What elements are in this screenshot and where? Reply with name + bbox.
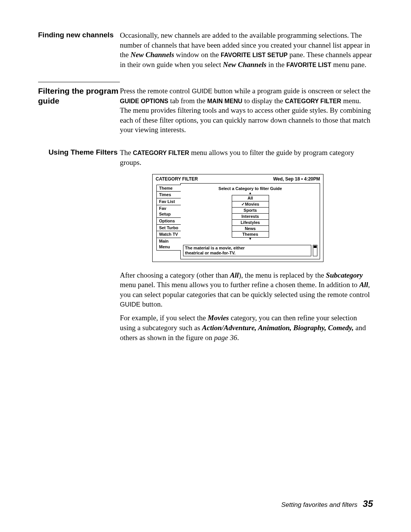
text: Press the remote control <box>120 87 192 95</box>
text-italic: New Channels <box>131 51 174 59</box>
text: menu panel. This menu allows you to furt… <box>120 281 359 289</box>
text: . <box>237 334 239 342</box>
paragraph-after-2: For example, if you select the Movies ca… <box>120 313 373 342</box>
body-using-theme-filters: The CATEGORY FILTER menu allows you to f… <box>120 148 373 345</box>
figure-panel: Select a Category to filter Guide ▲ All … <box>180 183 320 259</box>
category-news[interactable]: News <box>232 225 269 232</box>
page-footer: Setting favorites and filters35 <box>281 498 373 509</box>
category-list: All ✓Movies Sports Interests Lifestyles … <box>232 195 269 237</box>
tab-watch-tv[interactable]: Watch TV <box>156 231 181 238</box>
page-number: 35 <box>363 498 373 509</box>
label-guide-button: GUIDE <box>120 301 140 308</box>
label-guide-button: GUIDE <box>192 88 212 95</box>
figure-category-filter: CATEGORY FILTER Wed, Sep 18 • 4:20PM The… <box>152 174 323 262</box>
check-icon: ✓ <box>241 201 245 207</box>
text: ), the menu is replaced by the <box>239 271 326 279</box>
heading-finding-new-channels: Finding new channels <box>38 30 120 40</box>
category-lifestyles[interactable]: Lifestyles <box>232 219 269 226</box>
section-using-theme-filters: Using Theme Filters The CATEGORY FILTER … <box>38 148 373 345</box>
category-movies[interactable]: ✓Movies <box>232 201 269 208</box>
scrollbar[interactable] <box>313 245 317 256</box>
arrow-up-icon: ▲ <box>249 192 252 195</box>
text: button. <box>140 300 162 308</box>
text-italic: Action/Adventure, Animation, Biography, … <box>202 324 354 332</box>
label-favorite-list-setup: FAVORITE LIST SETUP <box>221 52 288 58</box>
tab-times[interactable]: Times <box>156 191 181 198</box>
text: button while a program guide is onscreen… <box>212 87 371 95</box>
text: tab from the <box>168 97 207 105</box>
text-italic: All <box>230 271 239 279</box>
panel-title: Select a Category to filter Guide <box>218 186 282 192</box>
label-favorite-list: FAVORITE LIST <box>287 62 331 68</box>
category-sports[interactable]: Sports <box>232 207 269 214</box>
body-finding-new-channels: Occasionally, new channels are added to … <box>120 30 373 72</box>
category-all[interactable]: All <box>232 195 269 201</box>
label-category-filter: CATEGORY FILTER <box>285 98 341 104</box>
text-italic: All <box>359 281 368 289</box>
figure-tabs: Theme Times Fav List Fav Setup Options S… <box>156 183 181 259</box>
text-italic: New Channels <box>223 61 267 69</box>
text: to display the <box>242 97 285 105</box>
tab-theme[interactable]: Theme <box>156 185 181 192</box>
text: After choosing a category (other than <box>120 271 230 279</box>
text: in the <box>266 61 286 69</box>
heading-using-theme-filters: Using Theme Filters <box>38 148 120 157</box>
tab-options[interactable]: Options <box>156 217 181 225</box>
tab-main-menu[interactable]: Main Menu <box>156 238 181 251</box>
divider <box>38 82 120 82</box>
label-guide-options: GUIDE OPTIONS <box>120 98 168 104</box>
section-filtering-program-guide: Filtering the program guide Press the re… <box>38 86 373 137</box>
tab-set-turbo[interactable]: Set Turbo <box>156 224 181 232</box>
heading-filtering-program-guide: Filtering the program guide <box>38 86 120 106</box>
tab-fav-list[interactable]: Fav List <box>156 198 181 205</box>
figure-title: CATEGORY FILTER <box>156 176 198 182</box>
text: For example, if you select the <box>120 314 208 322</box>
figure-description: The material is a movie, either theatric… <box>183 245 311 256</box>
text-italic: Movies <box>208 314 229 322</box>
text: The <box>120 149 133 157</box>
label-main-menu: MAIN MENU <box>207 98 242 104</box>
text: menu pane. <box>331 61 366 69</box>
page-reference: page 36 <box>214 334 237 342</box>
arrow-down-icon: ▼ <box>249 238 252 240</box>
footer-text: Setting favorites and filters <box>281 501 357 508</box>
text-italic: Subcategory <box>326 271 363 279</box>
tab-fav-setup[interactable]: Fav Setup <box>156 205 181 218</box>
figure-datetime: Wed, Sep 18 • 4:20PM <box>273 176 320 182</box>
figure-description-row: The material is a movie, either theatric… <box>183 245 317 256</box>
body-filtering-program-guide: Press the remote control GUIDE button wh… <box>120 86 373 137</box>
section-finding-new-channels: Finding new channels Occasionally, new c… <box>38 30 373 72</box>
category-interests[interactable]: Interests <box>232 213 269 220</box>
text: window on the <box>174 51 221 59</box>
paragraph-after-1: After choosing a category (other than Al… <box>120 270 373 310</box>
label-category-filter: CATEGORY FILTER <box>133 150 189 156</box>
